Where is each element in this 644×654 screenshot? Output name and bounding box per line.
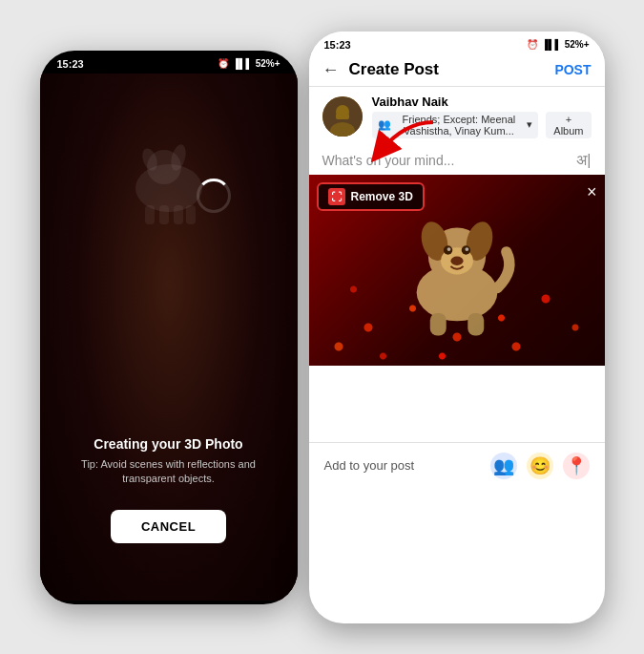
battery-icon: 52%+ (256, 58, 280, 69)
post-button[interactable]: POST (554, 62, 591, 77)
compose-area-wrapper: What's on your mind... अ| (309, 146, 605, 175)
user-row: Vaibhav Naik 👥 Friends; Except: Meenal V… (309, 87, 605, 146)
location-button[interactable]: 📍 (563, 453, 590, 479)
creating-3d-tip: Tip: Avoid scenes with reflections and t… (73, 457, 264, 487)
dog-silhouette-left (112, 121, 226, 236)
add-to-post-label: Add to your post (324, 458, 415, 473)
close-button[interactable]: × (587, 182, 597, 202)
page-title: Create Post (349, 60, 439, 79)
creating-3d-title: Creating your 3D Photo (73, 436, 264, 452)
right-status-bar: 15:23 ⏰ ▐▌▌ 52%+ (309, 32, 605, 54)
location-icon: 📍 (566, 455, 587, 476)
svg-point-19 (447, 247, 450, 251)
left-screen: Creating your 3D Photo Tip: Avoid scenes… (40, 74, 298, 601)
tag-people-button[interactable]: 👥 (490, 453, 517, 479)
right-status-icons: ⏰ ▐▌▌ 52%+ (527, 39, 589, 50)
battery-icon-right: 52%+ (565, 39, 590, 50)
svg-rect-5 (159, 205, 169, 224)
post-body-space (309, 366, 605, 442)
svg-point-20 (465, 247, 468, 251)
svg-rect-23 (467, 312, 484, 335)
svg-point-21 (450, 256, 463, 264)
signal-icon: ▐▌▌ (232, 58, 252, 69)
left-phone: 15:23 ⏰ ▐▌▌ 52%+ Creating your 3D Photo … (40, 51, 298, 604)
svg-rect-22 (429, 312, 446, 335)
remove-3d-icon: ⛶ (328, 188, 345, 205)
tag-people-icon: 👥 (493, 455, 514, 476)
remove-3d-bar[interactable]: ⛶ Remove 3D (317, 182, 425, 211)
back-button[interactable]: ← (322, 60, 340, 80)
bottom-action-icons: 👥 😊 📍 (490, 453, 590, 479)
text-icon: अ| (576, 152, 591, 169)
chevron-down-icon: ▾ (527, 118, 532, 131)
loading-spinner (197, 179, 231, 213)
creating-3d-text-area: Creating your 3D Photo Tip: Avoid scenes… (73, 436, 264, 487)
emoji-icon: 😊 (530, 455, 551, 476)
cancel-button[interactable]: CANCEL (111, 510, 226, 543)
feeling-button[interactable]: 😊 (527, 453, 553, 479)
fb-header-left: ← Create Post (322, 60, 439, 80)
image-area: ⛶ Remove 3D × (309, 175, 605, 366)
left-status-bar: 15:23 ⏰ ▐▌▌ 52%+ (40, 51, 298, 74)
svg-rect-6 (174, 205, 183, 224)
left-time: 15:23 (57, 58, 84, 70)
red-arrow-annotation (366, 117, 443, 165)
right-phone: 15:23 ⏰ ▐▌▌ 52%+ ← Create Post POST Vaib… (309, 32, 605, 623)
bottom-bar: Add to your post 👥 😊 📍 (309, 442, 605, 489)
signal-icon-right: ▐▌▌ (541, 39, 561, 50)
svg-rect-4 (145, 205, 155, 224)
left-status-icons: ⏰ ▐▌▌ 52%+ (218, 58, 280, 69)
dog-image-right (390, 189, 524, 342)
right-time: 15:23 (324, 39, 351, 51)
cube-icon: ⛶ (331, 191, 342, 202)
user-name: Vaibhav Naik (372, 95, 592, 109)
album-button[interactable]: + Album (546, 112, 591, 138)
compose-area[interactable]: What's on your mind... अ| (309, 146, 605, 175)
avatar (322, 96, 363, 137)
svg-rect-11 (336, 114, 349, 119)
alarm-icon-right: ⏰ (527, 39, 538, 50)
fb-header: ← Create Post POST (309, 54, 605, 87)
alarm-icon: ⏰ (218, 58, 229, 69)
svg-rect-7 (186, 205, 196, 224)
remove-3d-label: Remove 3D (351, 190, 413, 203)
